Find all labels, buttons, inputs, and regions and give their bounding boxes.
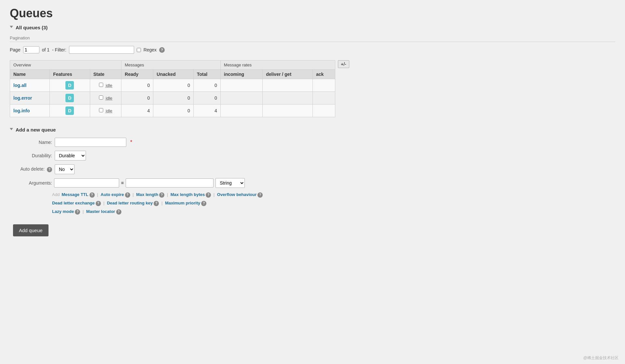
add-queue-section: Add a new queue Name: * Durability: Dura… — [10, 127, 615, 236]
arg-link-message-ttl[interactable]: Message TTL — [62, 192, 88, 197]
queue-state: idle — [90, 105, 121, 117]
durability-row: Durability: Durable Transient — [10, 151, 615, 161]
queue-ack — [312, 105, 335, 117]
queue-ack — [312, 92, 335, 105]
filter-input[interactable] — [69, 46, 134, 54]
arg-type-select[interactable]: String Number Boolean — [215, 178, 245, 188]
d-badge: D — [65, 81, 74, 90]
queue-incoming — [220, 105, 262, 117]
table-row: log.error D idle 0 0 0 — [10, 92, 335, 105]
arg-help-icon[interactable]: ? — [96, 201, 101, 206]
arg-link-auto-expire[interactable]: Auto expire — [101, 192, 124, 197]
d-badge: D — [65, 106, 74, 115]
queue-feature: D — [50, 105, 90, 117]
queues-table: Overview Messages Message rates Name Fea… — [10, 60, 335, 117]
auto-delete-select[interactable]: No Yes — [55, 164, 75, 174]
state-text: idle — [106, 83, 112, 88]
col-name: Name — [10, 70, 50, 79]
state-text: idle — [106, 96, 112, 101]
all-queues-label: All queues (3) — [16, 25, 48, 30]
add-queue-label: Add a new queue — [16, 127, 56, 133]
queue-deliver-get — [263, 105, 313, 117]
arg-val-input[interactable] — [126, 178, 214, 188]
queue-state-check[interactable] — [99, 95, 103, 100]
queue-unacked: 0 — [153, 79, 193, 92]
arg-link-maximum-priority[interactable]: Maximum priority — [165, 201, 200, 205]
arg-help-icon[interactable]: ? — [90, 192, 95, 198]
arg-links-container: AddMessage TTL? | Auto expire? | Max len… — [52, 190, 615, 216]
arg-link-overflow-behaviour[interactable]: Overflow behaviour — [217, 192, 257, 197]
arg-help-icon[interactable]: ? — [159, 192, 164, 198]
arg-links-line: Lazy mode? | Master locator? — [52, 207, 615, 216]
queue-state-check[interactable] — [99, 83, 103, 87]
queue-deliver-get — [263, 92, 313, 105]
auto-delete-help-icon[interactable]: ? — [47, 167, 52, 172]
auto-delete-label: Auto delete: ? — [10, 166, 52, 172]
col-deliver-get: deliver / get — [263, 70, 313, 79]
queues-table-wrapper: Overview Messages Message rates Name Fea… — [10, 60, 615, 127]
queue-ready: 0 — [121, 79, 153, 92]
col-ready: Ready — [121, 70, 153, 79]
d-badge: D — [65, 94, 74, 102]
queue-name[interactable]: log.all — [10, 79, 50, 92]
regex-checkbox[interactable] — [137, 48, 141, 52]
auto-delete-row: Auto delete: ? No Yes — [10, 164, 615, 174]
col-features: Features — [50, 70, 90, 79]
equals-sign: = — [121, 180, 124, 186]
queue-total: 0 — [193, 79, 220, 92]
pagination-controls: Page of 1 - Filter: Regex ? — [10, 46, 615, 54]
all-queues-header: All queues (3) — [10, 25, 615, 30]
collapse-icon[interactable] — [10, 26, 13, 30]
arg-link-max-length[interactable]: Max length — [136, 192, 158, 197]
all-queues-section: All queues (3) Pagination Page of 1 - Fi… — [10, 25, 615, 127]
pagination-section: Pagination Page of 1 - Filter: Regex ? — [10, 35, 615, 54]
queue-unacked: 0 — [153, 92, 193, 105]
queue-total: 0 — [193, 92, 220, 105]
arg-help-icon[interactable]: ? — [116, 209, 121, 215]
arg-link-master-locator[interactable]: Master locator — [86, 209, 115, 214]
table-row: log.info D idle 4 0 4 — [10, 105, 335, 117]
page-input[interactable] — [23, 46, 39, 53]
name-field[interactable] — [55, 138, 126, 147]
page-of: of 1 — [42, 47, 49, 52]
add-queue-btn-row: Add queue — [13, 219, 615, 236]
arg-help-icon[interactable]: ? — [75, 209, 80, 215]
messages-header: Messages — [121, 61, 221, 70]
queue-state: idle — [90, 79, 121, 92]
durability-label: Durability: — [10, 153, 52, 158]
add-queue-collapse-icon[interactable] — [10, 128, 13, 132]
arg-help-icon[interactable]: ? — [257, 192, 263, 198]
state-text: idle — [106, 108, 112, 113]
arg-help-icon[interactable]: ? — [154, 201, 159, 206]
separator: | — [160, 201, 164, 205]
col-state: State — [90, 70, 121, 79]
regex-help-icon[interactable]: ? — [159, 47, 165, 53]
durability-select[interactable]: Durable Transient — [55, 151, 86, 161]
name-row: Name: * — [10, 138, 615, 147]
arg-link-max-length-bytes[interactable]: Max length bytes — [171, 192, 205, 197]
filter-prefix: - Filter: — [52, 47, 66, 52]
arg-help-icon[interactable]: ? — [206, 192, 211, 198]
separator: | — [81, 209, 85, 214]
separator: | — [212, 192, 216, 197]
queue-ready: 0 — [121, 92, 153, 105]
arguments-row: Arguments: = String Number Boolean — [10, 178, 615, 188]
arg-links-line: Message TTL? | Auto expire? | Max length… — [62, 190, 263, 199]
add-queue-button[interactable]: Add queue — [13, 224, 49, 236]
arg-link-dead-letter-exchange[interactable]: Dead letter exchange — [52, 201, 95, 205]
queue-name[interactable]: log.error — [10, 92, 50, 105]
message-rates-header: Message rates — [220, 61, 335, 70]
regex-label: Regex — [144, 47, 157, 52]
arg-link-dead-letter-routing-key[interactable]: Dead letter routing key — [107, 201, 153, 205]
plus-minus-button[interactable]: +/- — [338, 60, 349, 68]
pagination-label: Pagination — [10, 35, 615, 42]
col-ack: ack — [312, 70, 335, 79]
queue-state-check[interactable] — [99, 108, 103, 112]
arg-links-line: Dead letter exchange? | Dead letter rout… — [52, 199, 615, 207]
arg-link-lazy-mode[interactable]: Lazy mode — [52, 209, 74, 214]
arg-key-input[interactable] — [54, 178, 119, 188]
queue-feature: D — [50, 92, 90, 105]
arg-help-icon[interactable]: ? — [125, 192, 130, 198]
arg-help-icon[interactable]: ? — [201, 201, 206, 206]
queue-name[interactable]: log.info — [10, 105, 50, 117]
